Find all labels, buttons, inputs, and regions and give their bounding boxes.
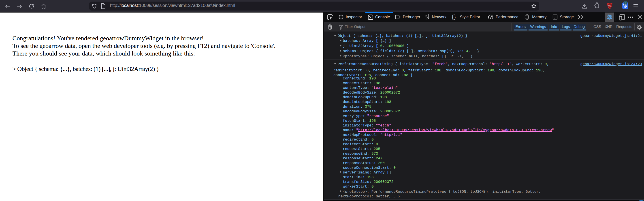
- svg-text:uO: uO: [608, 5, 611, 7]
